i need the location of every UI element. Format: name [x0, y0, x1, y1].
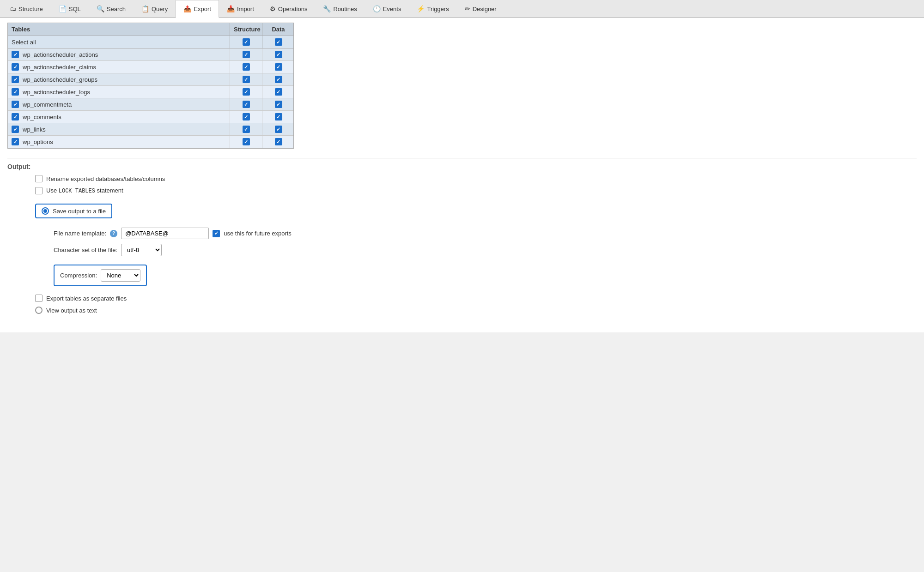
table-row-checkbox[interactable] [12, 51, 19, 58]
tables-grid: Tables Structure Data Select all wp_acti… [7, 23, 294, 149]
table-structure-cell[interactable] [230, 61, 262, 73]
table-data-cell[interactable] [262, 111, 294, 123]
table-data-cell[interactable] [262, 98, 294, 110]
save-output-radio[interactable] [42, 207, 49, 215]
table-name-cell: wp_options [8, 136, 230, 148]
select-all-structure-checkbox[interactable] [243, 38, 250, 46]
view-output-label: View output as text [46, 307, 97, 314]
table-name-cell: wp_actionscheduler_groups [8, 73, 230, 85]
table-structure-checkbox[interactable] [243, 76, 250, 83]
file-name-input[interactable] [121, 228, 209, 239]
table-data-cell[interactable] [262, 73, 294, 85]
events-label: Events [383, 6, 401, 12]
nav-tab-events[interactable]: 🕒Events [365, 0, 409, 17]
export-icon: 📤 [183, 5, 191, 12]
nav-tab-query[interactable]: 📋Query [134, 0, 176, 17]
charset-select[interactable]: utf-8 latin1 utf-16 [121, 244, 162, 256]
table-structure-cell[interactable] [230, 136, 262, 148]
nav-tab-triggers[interactable]: ⚡Triggers [409, 0, 456, 17]
file-name-template-row: File name template: ? use this for futur… [54, 228, 917, 239]
table-structure-cell[interactable] [230, 123, 262, 135]
table-name: wp_links [23, 126, 46, 133]
table-data-checkbox[interactable] [275, 113, 282, 120]
search-icon: 🔍 [97, 5, 104, 12]
table-name: wp_commentmeta [23, 101, 72, 108]
table-data-checkbox[interactable] [275, 88, 282, 96]
nav-tab-operations[interactable]: ⚙Operations [262, 0, 316, 17]
table-structure-cell[interactable] [230, 111, 262, 123]
help-icon[interactable]: ? [110, 230, 117, 237]
sql-label: SQL [69, 6, 81, 12]
nav-tab-designer[interactable]: ✏Designer [457, 0, 505, 17]
file-name-template-label: File name template: [54, 230, 106, 237]
events-icon: 🕒 [373, 5, 381, 12]
table-row-checkbox[interactable] [12, 113, 19, 120]
table-data-checkbox[interactable] [275, 51, 282, 58]
table-row-checkbox[interactable] [12, 88, 19, 96]
view-output-row: View output as text [35, 307, 917, 314]
table-row: wp_links [8, 123, 293, 136]
table-name: wp_actionscheduler_groups [23, 76, 97, 83]
future-exports-checkbox[interactable] [213, 230, 220, 237]
table-structure-checkbox[interactable] [243, 101, 250, 108]
charset-label: Character set of the file: [54, 247, 117, 253]
table-structure-checkbox[interactable] [243, 126, 250, 133]
table-structure-checkbox[interactable] [243, 138, 250, 145]
main-content: Tables Structure Data Select all wp_acti… [0, 18, 924, 332]
nav-tab-routines[interactable]: 🔧Routines [315, 0, 365, 17]
lock-tables-label: Use LOCK TABLES statement [46, 187, 123, 194]
routines-label: Routines [333, 6, 357, 12]
select-all-data-checkbox[interactable] [275, 38, 282, 46]
table-data-checkbox[interactable] [275, 126, 282, 133]
table-structure-checkbox[interactable] [243, 113, 250, 120]
table-structure-checkbox[interactable] [243, 63, 250, 71]
table-row: wp_actionscheduler_logs [8, 86, 293, 98]
export-label: Export [194, 6, 211, 12]
nav-tab-export[interactable]: 📤Export [176, 0, 219, 18]
table-structure-cell[interactable] [230, 86, 262, 98]
rename-checkbox[interactable] [35, 175, 43, 182]
query-icon: 📋 [141, 5, 149, 12]
table-structure-cell[interactable] [230, 48, 262, 60]
table-structure-checkbox[interactable] [243, 51, 250, 58]
table-row: wp_actionscheduler_claims [8, 61, 293, 73]
tables-header-row: Tables Structure Data [8, 23, 293, 36]
nav-tab-search[interactable]: 🔍Search [89, 0, 134, 17]
nav-tab-structure[interactable]: 🗂Structure [2, 0, 51, 17]
table-structure-cell[interactable] [230, 98, 262, 110]
table-row-checkbox[interactable] [12, 76, 19, 83]
table-row-checkbox[interactable] [12, 63, 19, 71]
import-label: Import [237, 6, 254, 12]
export-separate-row: Export tables as separate files [35, 295, 917, 302]
table-structure-cell[interactable] [230, 73, 262, 85]
select-all-structure-cell[interactable] [230, 36, 262, 48]
table-structure-checkbox[interactable] [243, 88, 250, 96]
table-data-checkbox[interactable] [275, 101, 282, 108]
table-data-cell[interactable] [262, 136, 294, 148]
col-header-tables: Tables [8, 23, 230, 36]
nav-tab-sql[interactable]: 📄SQL [51, 0, 89, 17]
table-row-checkbox[interactable] [12, 126, 19, 133]
table-data-checkbox[interactable] [275, 76, 282, 83]
routines-icon: 🔧 [323, 5, 331, 12]
compression-select[interactable]: None zip gzip [101, 269, 140, 282]
view-output-radio[interactable] [35, 307, 43, 314]
export-separate-checkbox[interactable] [35, 295, 43, 302]
save-output-box[interactable]: Save output to a file [35, 204, 112, 218]
table-data-cell[interactable] [262, 48, 294, 60]
table-name: wp_comments [23, 114, 61, 120]
table-data-cell[interactable] [262, 61, 294, 73]
lock-tables-option-row: Use LOCK TABLES statement [35, 187, 917, 194]
select-all-data-cell[interactable] [262, 36, 294, 48]
lock-tables-checkbox[interactable] [35, 187, 43, 194]
table-row-checkbox[interactable] [12, 101, 19, 108]
table-row-checkbox[interactable] [12, 138, 19, 145]
table-data-cell[interactable] [262, 123, 294, 135]
table-data-cell[interactable] [262, 86, 294, 98]
save-output-label: Save output to a file [53, 208, 106, 215]
table-name: wp_actionscheduler_claims [23, 64, 96, 71]
table-data-checkbox[interactable] [275, 63, 282, 71]
nav-tab-import[interactable]: 📥Import [219, 0, 262, 17]
table-data-checkbox[interactable] [275, 138, 282, 145]
col-header-data: Data [262, 23, 294, 36]
